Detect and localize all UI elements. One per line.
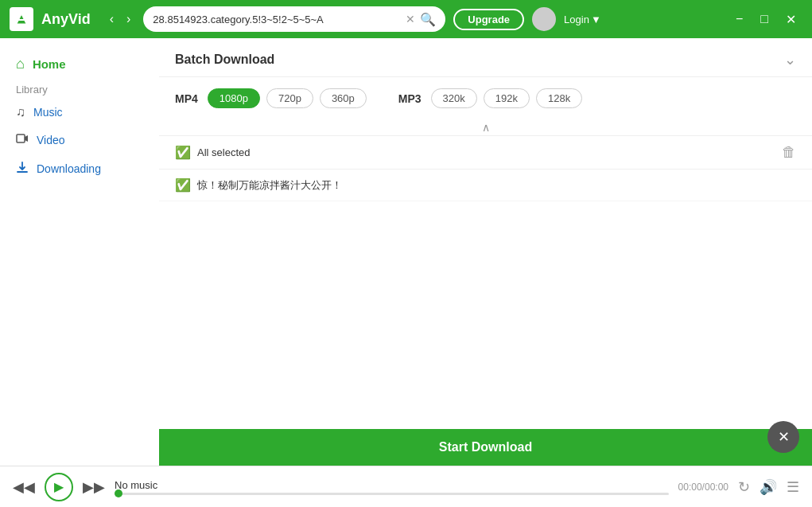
modal-container: Batch Download ⌄ MP4 1080p 720p 360p	[159, 38, 812, 466]
player-time: 00:00/00:00	[678, 482, 728, 493]
player-prev-button[interactable]: ◀◀	[13, 478, 35, 496]
video-icon	[16, 132, 29, 148]
chevron-down-icon: ▼	[591, 14, 601, 25]
sidebar-music-label: Music	[33, 106, 63, 119]
app-name: AnyVid	[41, 11, 91, 28]
search-bar: 28.8514923.category.5!3~5!2~5~5~A ✕ 🔍	[143, 6, 445, 32]
main-layout: ⌂ Home Library ♫ Music Video	[0, 38, 812, 466]
library-section-label: Library	[0, 77, 159, 99]
delete-all-icon[interactable]: 🗑	[782, 144, 796, 161]
all-items-label: All selected	[197, 146, 250, 158]
search-clear-icon[interactable]: ✕	[406, 13, 415, 25]
player-progress-bar[interactable]	[115, 493, 669, 495]
nav-arrows: ‹ ›	[105, 9, 136, 29]
app-logo	[10, 7, 33, 31]
nav-forward-button[interactable]: ›	[122, 9, 135, 29]
all-items-check-icon: ✅	[175, 145, 191, 160]
player-title: No music	[115, 479, 669, 491]
table-row: ✅ 惊！秘制万能凉拌酱汁大公开！	[159, 170, 812, 201]
modal-title: Batch Download	[175, 53, 274, 67]
mp4-group: MP4 1080p 720p 360p	[175, 88, 367, 108]
player-volume-button[interactable]: 🔊	[760, 478, 777, 496]
home-icon: ⌂	[16, 56, 25, 72]
items-section: ✅ All selected 🗑 ✅ 惊！秘制万能凉拌酱汁大公开！	[159, 136, 812, 429]
minimize-button[interactable]: −	[729, 9, 749, 30]
quality-128k-button[interactable]: 128k	[536, 88, 582, 108]
content-background: Search result of http://... spm=a2h28.85…	[159, 38, 812, 466]
player-bar: ◀◀ ▶ ▶▶ No music 00:00/00:00 ↻ 🔊 ☰	[0, 466, 812, 507]
sidebar-video-label: Video	[37, 134, 65, 146]
modal-header: Batch Download ⌄	[159, 38, 812, 77]
item-title: 惊！秘制万能凉拌酱汁大公开！	[197, 178, 342, 193]
sidebar-item-home[interactable]: ⌂ Home	[0, 51, 159, 77]
quality-320k-button[interactable]: 320k	[431, 88, 477, 108]
window-controls: − □ ✕	[729, 9, 802, 30]
quality-720p-button[interactable]: 720p	[266, 88, 313, 108]
quality-360p-button[interactable]: 360p	[320, 88, 367, 108]
content-area: Search result of http://... spm=a2h28.85…	[159, 38, 812, 466]
sidebar-item-downloading[interactable]: Downloading	[0, 154, 159, 183]
upgrade-button[interactable]: Upgrade	[453, 9, 524, 30]
mp4-label: MP4	[175, 92, 198, 105]
search-value: 28.8514923.category.5!3~5!2~5~5~A	[153, 14, 401, 25]
modal-collapse-button[interactable]: ⌄	[784, 51, 796, 68]
close-button[interactable]: ✕	[779, 9, 802, 30]
sidebar-home-label: Home	[33, 57, 66, 71]
music-icon: ♫	[16, 105, 25, 119]
player-progress-dot	[115, 489, 122, 497]
sidebar-item-video[interactable]: Video	[0, 126, 159, 154]
avatar	[532, 7, 556, 31]
player-queue-button[interactable]: ☰	[787, 478, 799, 496]
player-next-button[interactable]: ▶▶	[83, 478, 105, 496]
svg-rect-2	[17, 135, 25, 142]
sidebar-downloading-label: Downloading	[37, 162, 101, 175]
format-row: MP4 1080p 720p 360p MP3 320k 192k 128k	[175, 88, 796, 108]
collapse-divider[interactable]: ∧	[159, 119, 812, 136]
maximize-button[interactable]: □	[754, 9, 775, 30]
mp3-label: MP3	[398, 92, 422, 105]
quality-1080p-button[interactable]: 1080p	[208, 88, 260, 108]
search-icon[interactable]: 🔍	[420, 12, 436, 27]
format-section: MP4 1080p 720p 360p MP3 320k 192k 128k	[159, 77, 812, 119]
player-info: No music	[115, 479, 669, 495]
mp3-group: MP3 320k 192k 128k	[398, 88, 582, 108]
all-items-row: ✅ All selected 🗑	[159, 136, 812, 170]
start-download-button[interactable]: Start Download	[159, 429, 812, 466]
sidebar-item-music[interactable]: ♫ Music	[0, 99, 159, 126]
svg-rect-1	[18, 19, 25, 21]
quality-192k-button[interactable]: 192k	[484, 88, 530, 108]
titlebar: AnyVid ‹ › 28.8514923.category.5!3~5!2~5…	[0, 0, 812, 38]
sidebar: ⌂ Home Library ♫ Music Video	[0, 38, 159, 466]
login-button[interactable]: Login ▼	[564, 14, 601, 25]
close-float-button[interactable]: ✕	[767, 421, 799, 453]
player-play-button[interactable]: ▶	[45, 473, 73, 501]
downloading-icon	[16, 161, 29, 177]
player-repeat-button[interactable]: ↻	[738, 478, 750, 496]
chevron-up-icon: ∧	[482, 121, 490, 134]
item-check-icon: ✅	[175, 177, 191, 193]
nav-back-button[interactable]: ‹	[105, 9, 118, 29]
batch-download-modal: Batch Download ⌄ MP4 1080p 720p 360p	[159, 38, 812, 466]
